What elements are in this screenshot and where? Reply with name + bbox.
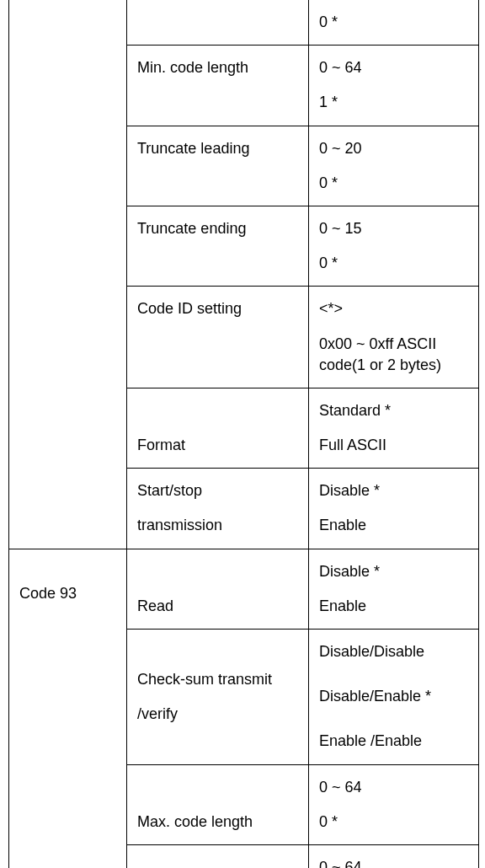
param-label: Code ID setting xyxy=(137,298,301,319)
value-line: <*> xyxy=(319,298,472,319)
value-line: 0 ~ 64 xyxy=(319,57,472,78)
value-line: Disable/Disable xyxy=(319,641,472,662)
value-cell: Standard * Full ASCII xyxy=(309,388,479,468)
value-line: 0 ~ 64 xyxy=(319,777,472,798)
param-label: Truncate ending xyxy=(137,218,301,239)
group-cell xyxy=(9,0,127,549)
value-line: 0 * xyxy=(319,173,472,194)
value-cell: <*> 0x00 ~ 0xff ASCII code(1 or 2 bytes) xyxy=(309,287,479,388)
param-label: Format xyxy=(137,435,301,456)
value-line: 1 * xyxy=(319,92,472,113)
value-line: 0 * xyxy=(319,12,472,33)
param-label: /verify xyxy=(137,704,301,725)
param-label: transmission xyxy=(137,515,301,536)
param-cell: Max. code length xyxy=(127,764,309,844)
param-label: Read xyxy=(137,596,301,617)
value-cell: 0 * xyxy=(309,0,479,46)
value-line: Standard * xyxy=(319,400,472,421)
value-cell: Disable/Disable Disable/Enable * Enable … xyxy=(309,630,479,765)
param-cell xyxy=(127,0,309,46)
value-cell: 0 ~ 15 0 * xyxy=(309,206,479,286)
param-cell: Min. code length xyxy=(127,46,309,126)
param-cell: Read xyxy=(127,549,309,629)
value-line: Disable * xyxy=(319,480,472,501)
value-line: Disable * xyxy=(319,561,472,582)
value-cell: 0 ~ 64 0 * xyxy=(309,764,479,844)
value-cell: Disable * Enable xyxy=(309,549,479,629)
param-label: Max. code length xyxy=(137,812,301,833)
group-label: Code 93 xyxy=(19,583,120,604)
param-cell: Min. code length xyxy=(127,844,309,868)
value-line: 0 ~ 15 xyxy=(319,218,472,239)
param-cell: Start/stop transmission xyxy=(127,469,309,549)
value-cell: 0 ~ 20 0 * xyxy=(309,126,479,206)
param-cell: Truncate leading xyxy=(127,126,309,206)
param-label: Check-sum transmit xyxy=(137,669,301,690)
value-line: 0 ~ 20 xyxy=(319,138,472,159)
value-line: Full ASCII xyxy=(319,435,472,456)
value-line: 0x00 ~ 0xff ASCII code(1 or 2 bytes) xyxy=(319,334,472,376)
param-cell: Format xyxy=(127,388,309,468)
value-cell: 0 ~ 64 1 * xyxy=(309,46,479,126)
value-line: 0 ~ 64 xyxy=(319,857,472,868)
value-line: Enable xyxy=(319,515,472,536)
group-cell: Code 93 xyxy=(9,549,127,868)
param-cell: Code ID setting xyxy=(127,287,309,388)
value-line: Disable/Enable * xyxy=(319,686,472,707)
value-cell: Disable * Enable xyxy=(309,469,479,549)
param-cell: Truncate ending xyxy=(127,206,309,286)
param-label: Min. code length xyxy=(137,57,301,78)
param-label: Truncate leading xyxy=(137,138,301,159)
value-line: 0 * xyxy=(319,812,472,833)
param-cell: Check-sum transmit /verify xyxy=(127,630,309,765)
value-line: Enable /Enable xyxy=(319,731,472,752)
value-line: 0 * xyxy=(319,253,472,274)
param-label: Start/stop xyxy=(137,480,301,501)
value-line: Enable xyxy=(319,596,472,617)
parameter-table: 0 * Min. code length 0 ~ 64 1 * Truncate… xyxy=(8,0,479,868)
value-cell: 0 ~ 64 0 * xyxy=(309,844,479,868)
